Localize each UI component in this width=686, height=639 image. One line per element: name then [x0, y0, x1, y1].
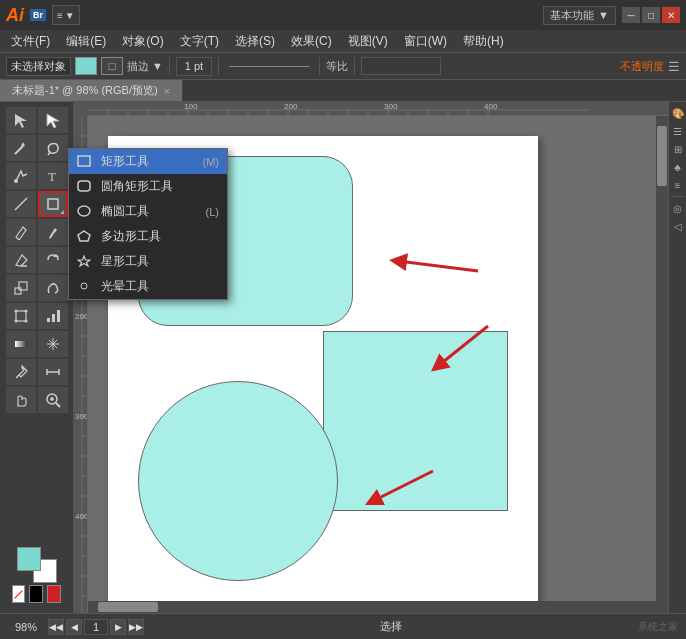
pencil-tool[interactable]: [6, 219, 36, 245]
ctx-star-tool[interactable]: 星形工具: [69, 249, 227, 274]
svg-point-92: [78, 206, 90, 216]
size-input[interactable]: [361, 57, 441, 75]
right-pathfinder-icon[interactable]: ♣: [670, 160, 686, 174]
foreground-color-swatch[interactable]: [17, 547, 41, 571]
line-tool[interactable]: [6, 191, 36, 217]
window-controls: ─ □ ✕: [622, 7, 680, 23]
document-tab[interactable]: 未标题-1* @ 98% (RGB/预览) ×: [0, 80, 183, 101]
eraser-tool[interactable]: [6, 247, 36, 273]
menu-object[interactable]: 对象(O): [115, 31, 170, 52]
svg-text:400: 400: [75, 512, 88, 521]
tab-close-btn[interactable]: ×: [164, 85, 170, 97]
eyedropper-tool[interactable]: [6, 359, 36, 385]
svg-line-26: [56, 403, 60, 407]
menu-effect[interactable]: 效果(C): [284, 31, 339, 52]
warp-tool[interactable]: [38, 275, 68, 301]
fill-color[interactable]: [75, 57, 97, 75]
black-swatch[interactable]: [29, 585, 43, 603]
menu-help[interactable]: 帮助(H): [456, 31, 511, 52]
type-tool[interactable]: T: [38, 163, 68, 189]
ctx-rect-label: 矩形工具: [101, 153, 149, 170]
shape-rect[interactable]: [323, 331, 508, 511]
svg-text:400: 400: [484, 102, 498, 111]
none-color[interactable]: [12, 585, 25, 603]
tool-row-3: T: [0, 162, 73, 190]
svg-rect-18: [52, 314, 55, 322]
scroll-horizontal[interactable]: [88, 601, 656, 613]
svg-rect-11: [19, 282, 27, 290]
menu-bar: 文件(F) 编辑(E) 对象(O) 文字(T) 选择(S) 效果(C) 视图(V…: [0, 30, 686, 52]
ctx-rect-tool[interactable]: 矩形工具 (M): [69, 149, 227, 174]
hand-tool[interactable]: [6, 387, 36, 413]
stroke-sample: [229, 66, 309, 67]
magic-wand-tool[interactable]: [6, 135, 36, 161]
graph-tool[interactable]: [38, 303, 68, 329]
nav-prev-btn[interactable]: ◀: [66, 619, 82, 635]
status-bar: 98% ◀◀ ◀ ▶ ▶▶ 选择 系统之家: [0, 613, 686, 639]
scroll-thumb-v[interactable]: [657, 126, 667, 186]
scroll-vertical[interactable]: [656, 116, 668, 601]
nav-first-btn[interactable]: ◀◀: [48, 619, 64, 635]
stroke-box[interactable]: □: [101, 57, 123, 75]
options-toolbar: 未选择对象 □ 描边 ▼ 等比 不透明度 ☰: [0, 52, 686, 80]
icon-group-icon: ≡: [57, 10, 63, 21]
title-bar: Ai Br ≡ ▼ 基本功能 ▼ ─ □ ✕: [0, 0, 686, 30]
icon-group-arrow: ▼: [65, 10, 75, 21]
right-align-icon[interactable]: ⊞: [670, 142, 686, 156]
zoom-tool[interactable]: [38, 387, 68, 413]
ctx-rounded-rect-tool[interactable]: 圆角矩形工具: [69, 174, 227, 199]
menu-text[interactable]: 文字(T): [173, 31, 226, 52]
menu-select[interactable]: 选择(S): [228, 31, 282, 52]
zoom-level: 98%: [8, 621, 44, 633]
right-circle-icon[interactable]: ◎: [670, 201, 686, 215]
shape-circle[interactable]: [138, 381, 338, 581]
sep1: [169, 57, 170, 75]
rounded-rect-icon: [77, 180, 93, 194]
ctx-polygon-tool[interactable]: 多边形工具: [69, 224, 227, 249]
close-button[interactable]: ✕: [662, 7, 680, 23]
direct-select-tool[interactable]: [38, 107, 68, 133]
right-color-icon[interactable]: 🎨: [670, 106, 686, 120]
minimize-button[interactable]: ─: [622, 7, 640, 23]
menu-file[interactable]: 文件(F): [4, 31, 57, 52]
watermark: 系统之家: [638, 620, 678, 634]
scale-tool[interactable]: [6, 275, 36, 301]
mesh-tool[interactable]: [38, 331, 68, 357]
sep2: [218, 57, 219, 75]
shape-tool[interactable]: [38, 191, 68, 217]
gradient-tool[interactable]: [6, 331, 36, 357]
pen-tool[interactable]: [6, 163, 36, 189]
mode-selector[interactable]: 基本功能 ▼: [543, 6, 616, 25]
blend-mode-select[interactable]: 描边 ▼: [127, 59, 163, 74]
maximize-button[interactable]: □: [642, 7, 660, 23]
menu-window[interactable]: 窗口(W): [397, 31, 454, 52]
opacity-label[interactable]: 不透明度: [620, 59, 664, 74]
right-stroke-icon[interactable]: ≡: [670, 178, 686, 192]
nav-next-btn[interactable]: ▶: [110, 619, 126, 635]
app-logo: Ai: [6, 6, 24, 24]
red-swatch[interactable]: [47, 585, 61, 603]
select-tool[interactable]: [6, 107, 36, 133]
br-badge[interactable]: Br: [30, 9, 46, 21]
scroll-corner: [656, 601, 668, 613]
right-expand-icon[interactable]: ◁: [670, 219, 686, 233]
measure-tool[interactable]: [38, 359, 68, 385]
nav-last-btn[interactable]: ▶▶: [128, 619, 144, 635]
icon-group[interactable]: ≡ ▼: [52, 5, 80, 25]
ctx-flare-tool[interactable]: 光晕工具: [69, 274, 227, 299]
menu-edit[interactable]: 编辑(E): [59, 31, 113, 52]
menu-view[interactable]: 视图(V): [341, 31, 395, 52]
brush-tool[interactable]: [38, 219, 68, 245]
tool-row-10: [0, 358, 73, 386]
toolbar-menu-icon[interactable]: ☰: [668, 59, 680, 74]
svg-line-21: [16, 375, 19, 378]
ctx-ellipse-tool[interactable]: 椭圆工具 (L): [69, 199, 227, 224]
page-input[interactable]: [84, 619, 108, 635]
lasso-tool[interactable]: [38, 135, 68, 161]
scroll-thumb-h[interactable]: [98, 602, 158, 612]
right-layers-icon[interactable]: ☰: [670, 124, 686, 138]
free-transform-tool[interactable]: [6, 303, 36, 329]
stroke-width-input[interactable]: [176, 57, 212, 76]
rotate-tool[interactable]: [38, 247, 68, 273]
svg-rect-19: [57, 310, 60, 322]
